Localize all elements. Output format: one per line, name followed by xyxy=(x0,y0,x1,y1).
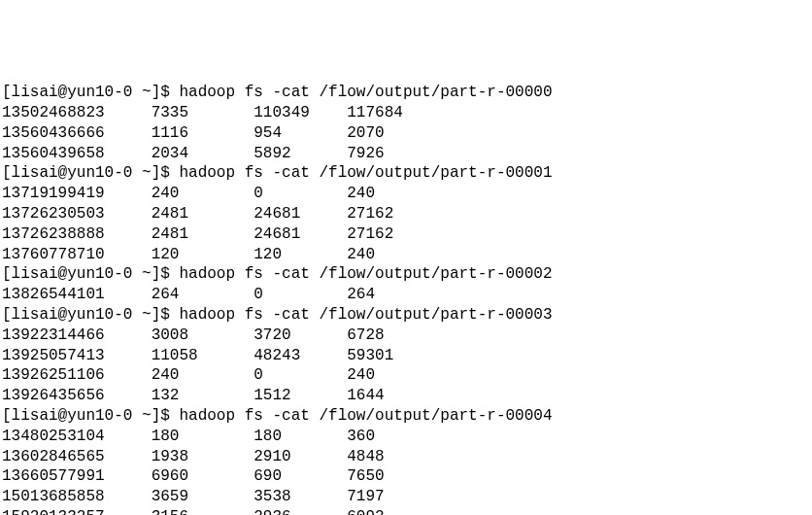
output-row: 13502468823 7335 110349 117684 xyxy=(2,103,810,123)
output-row: 13719199419 240 0 240 xyxy=(2,184,810,204)
output-row: 13922314466 3008 3720 6728 xyxy=(2,326,810,346)
output-row: 13826544101 264 0 264 xyxy=(2,285,810,305)
shell-command: hadoop fs -cat /flow/output/part-r-00000 xyxy=(179,84,552,101)
output-row: 13925057413 11058 48243 59301 xyxy=(2,346,810,366)
shell-prompt: [lisai@yun10-0 ~]$ xyxy=(2,265,179,283)
output-row: 13560436666 1116 954 2070 xyxy=(2,123,810,144)
command-line: [lisai@yun10-0 ~]$ hadoop fs -cat /flow/… xyxy=(2,305,810,326)
command-line: [lisai@yun10-0 ~]$ hadoop fs -cat /flow/… xyxy=(2,264,810,285)
output-row: 13726238888 2481 24681 27162 xyxy=(2,224,810,245)
output-row: 13660577991 6960 690 7650 xyxy=(2,466,810,487)
command-line: [lisai@yun10-0 ~]$ hadoop fs -cat /flow/… xyxy=(2,406,810,427)
output-row: 13760778710 120 120 240 xyxy=(2,245,810,265)
output-row: 15920133257 3156 2936 6092 xyxy=(2,507,810,515)
shell-command: hadoop fs -cat /flow/output/part-r-00002 xyxy=(179,265,552,283)
shell-prompt: [lisai@yun10-0 ~]$ xyxy=(2,164,179,182)
command-line: [lisai@yun10-0 ~]$ hadoop fs -cat /flow/… xyxy=(2,163,810,184)
shell-command: hadoop fs -cat /flow/output/part-r-00003 xyxy=(179,306,552,324)
shell-prompt: [lisai@yun10-0 ~]$ xyxy=(2,407,179,425)
output-row: 13480253104 180 180 360 xyxy=(2,427,810,447)
terminal-output[interactable]: [lisai@yun10-0 ~]$ hadoop fs -cat /flow/… xyxy=(2,83,810,515)
shell-command: hadoop fs -cat /flow/output/part-r-00004 xyxy=(179,407,552,425)
output-row: 15013685858 3659 3538 7197 xyxy=(2,487,810,507)
shell-prompt: [lisai@yun10-0 ~]$ xyxy=(2,306,179,324)
output-row: 13602846565 1938 2910 4848 xyxy=(2,447,810,467)
shell-command: hadoop fs -cat /flow/output/part-r-00001 xyxy=(179,164,552,182)
output-row: 13560439658 2034 5892 7926 xyxy=(2,144,810,164)
output-row: 13926435656 132 1512 1644 xyxy=(2,386,810,406)
shell-prompt: [lisai@yun10-0 ~]$ xyxy=(2,84,179,101)
command-line: [lisai@yun10-0 ~]$ hadoop fs -cat /flow/… xyxy=(2,83,810,103)
output-row: 13926251106 240 0 240 xyxy=(2,365,810,386)
output-row: 13726230503 2481 24681 27162 xyxy=(2,204,810,224)
